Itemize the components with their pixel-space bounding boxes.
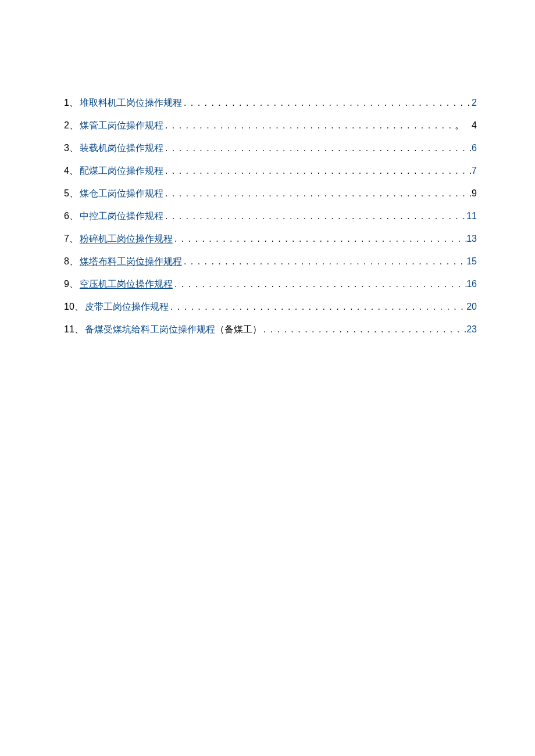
- toc-entry: 2、煤管工岗位操作规程。 4: [64, 119, 477, 133]
- toc-entry-number: 8: [64, 255, 69, 268]
- toc-entry-page: 13: [466, 232, 477, 246]
- toc-entry-number: 11: [64, 323, 74, 336]
- toc-entry-separator: 、: [69, 209, 79, 223]
- toc-entry-number: 6: [64, 209, 69, 223]
- toc-entry: 11、备煤受煤坑给料工岗位操作规程（备煤工）23: [64, 323, 477, 337]
- toc-entry-page: 6: [472, 141, 477, 155]
- toc-entry-separator: 、: [74, 300, 84, 314]
- toc-entry-separator: 、: [69, 277, 79, 291]
- toc-entry-separator: 、: [69, 232, 79, 246]
- toc-entry-title: 煤管工岗位操作规程: [80, 119, 163, 132]
- toc-leader-dots: [182, 96, 472, 110]
- toc-entry-number: 3: [64, 141, 69, 155]
- toc-leader-dots: [163, 164, 472, 178]
- toc-entry: 9、空压机工岗位操作规程16: [64, 277, 477, 292]
- table-of-contents: 1、堆取料机工岗位操作规程22、煤管工岗位操作规程。 43、装载机岗位操作规程6…: [64, 96, 477, 337]
- toc-leader-dots: [173, 277, 466, 291]
- toc-leader-dots: [182, 255, 466, 268]
- toc-entry-separator: 、: [69, 187, 79, 200]
- toc-leader-dots: [163, 209, 466, 223]
- toc-entry-page: 20: [466, 300, 477, 314]
- toc-entry-number: 9: [64, 277, 69, 291]
- toc-entry-page: 15: [466, 255, 477, 268]
- toc-entry-page: 11: [466, 209, 477, 223]
- toc-entry-title: 配煤工岗位操作规程: [80, 164, 163, 178]
- toc-entry-separator: 、: [69, 164, 79, 178]
- toc-entry: 6、中控工岗位操作规程11: [64, 209, 477, 224]
- toc-entry-separator: 、: [69, 119, 79, 132]
- toc-entry-number: 4: [64, 164, 69, 178]
- toc-entry-page: 16: [466, 277, 477, 291]
- toc-entry-separator: 、: [69, 255, 79, 268]
- toc-entry: 5、煤仓工岗位操作规程9: [64, 187, 477, 201]
- toc-leader-dots: [163, 187, 472, 200]
- toc-entry-title[interactable]: 空压机工岗位操作规程: [80, 277, 173, 291]
- toc-entry-page: 7: [472, 164, 477, 178]
- toc-entry-separator: 、: [69, 141, 79, 155]
- toc-entry: 4、配煤工岗位操作规程7: [64, 164, 477, 178]
- toc-entry: 3、装载机岗位操作规程6: [64, 141, 477, 156]
- toc-entry-title: 装载机岗位操作规程: [80, 141, 163, 155]
- toc-entry-page: 4: [472, 119, 477, 132]
- toc-entry-number: 10: [64, 300, 74, 314]
- toc-entry-extra: 。: [455, 119, 464, 132]
- toc-entry-page: 2: [472, 96, 477, 110]
- toc-entry-separator: 、: [69, 96, 79, 110]
- toc-entry-separator: 、: [74, 323, 84, 336]
- toc-leader-dots: [163, 141, 472, 155]
- toc-entry-title: 中控工岗位操作规程: [80, 209, 163, 223]
- toc-entry-page: 9: [472, 187, 477, 200]
- toc-entry-number: 5: [64, 187, 69, 200]
- toc-entry-title: 堆取料机工岗位操作规程: [80, 96, 182, 110]
- toc-entry-title[interactable]: 煤塔布料工岗位操作规程: [80, 255, 182, 268]
- toc-entry-title[interactable]: 粉碎机工岗位操作规程: [80, 232, 173, 246]
- toc-leader-dots: [262, 323, 466, 336]
- toc-entry: 1、堆取料机工岗位操作规程2: [64, 96, 477, 110]
- toc-entry: 10、皮带工岗位操作规程20: [64, 300, 477, 314]
- toc-entry-number: 1: [64, 96, 69, 110]
- toc-leader-dots: [169, 300, 466, 314]
- toc-entry-title: 皮带工岗位操作规程: [85, 300, 169, 314]
- toc-entry-title: 备煤受煤坑给料工岗位操作规程: [85, 323, 215, 336]
- toc-leader-dots: [163, 119, 454, 132]
- toc-entry-page: 23: [466, 323, 477, 336]
- toc-entry: 8、煤塔布料工岗位操作规程15: [64, 255, 477, 269]
- toc-entry-number: 7: [64, 232, 69, 246]
- toc-entry-suffix: （备煤工）: [215, 323, 262, 336]
- toc-entry-number: 2: [64, 119, 69, 132]
- toc-entry-title: 煤仓工岗位操作规程: [80, 187, 163, 200]
- toc-entry: 7、粉碎机工岗位操作规程13: [64, 232, 477, 246]
- toc-leader-dots: [173, 232, 466, 246]
